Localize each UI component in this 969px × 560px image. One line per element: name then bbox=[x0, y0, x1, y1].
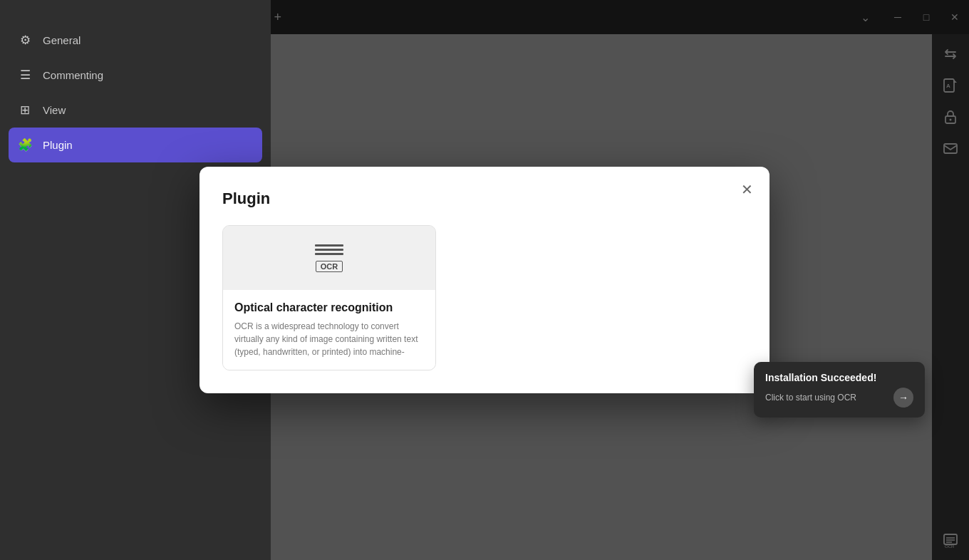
dialog-title: Plugin bbox=[222, 190, 747, 208]
plugin-icon: 🧩 bbox=[17, 138, 33, 152]
commenting-icon: ☰ bbox=[17, 68, 33, 83]
ocr-icon: OCR bbox=[315, 244, 343, 272]
settings-general-item[interactable]: ⚙ General bbox=[0, 23, 271, 58]
ocr-icon-lines bbox=[315, 244, 343, 255]
general-label: General bbox=[43, 34, 81, 46]
ocr-card-body: Optical character recognition OCR is a w… bbox=[223, 290, 435, 370]
ocr-plugin-card[interactable]: OCR Optical character recognition OCR is… bbox=[222, 225, 436, 370]
dialog-overlay[interactable]: ⚙ General ☰ Commenting ⊞ View 🧩 Plugin ✕… bbox=[0, 0, 969, 560]
ocr-label: OCR bbox=[316, 261, 343, 272]
install-tooltip-text: Click to start using OCR bbox=[765, 393, 856, 403]
install-tooltip-title: Installation Succeeded! bbox=[765, 372, 913, 383]
ocr-line-3 bbox=[315, 253, 343, 255]
dialog-close-button[interactable]: ✕ bbox=[735, 178, 758, 201]
ocr-line-1 bbox=[315, 244, 343, 247]
plugin-label: Plugin bbox=[43, 139, 73, 151]
ocr-card-desc: OCR is a widespread technology to conver… bbox=[234, 320, 424, 358]
ocr-card-title: Optical character recognition bbox=[234, 301, 424, 314]
ocr-line-2 bbox=[315, 249, 343, 251]
ocr-card-header: OCR bbox=[223, 226, 435, 290]
view-label: View bbox=[43, 104, 66, 116]
general-icon: ⚙ bbox=[17, 33, 33, 48]
commenting-label: Commenting bbox=[43, 69, 103, 81]
settings-commenting-item[interactable]: ☰ Commenting bbox=[0, 58, 271, 93]
install-tooltip[interactable]: Installation Succeeded! Click to start u… bbox=[754, 362, 925, 418]
plugin-dialog: ✕ Plugin OCR Optical character recogniti… bbox=[200, 167, 770, 393]
settings-plugin-item[interactable]: 🧩 Plugin bbox=[9, 128, 262, 162]
install-tooltip-body: Click to start using OCR → bbox=[765, 388, 913, 408]
view-icon: ⊞ bbox=[17, 103, 33, 118]
install-tooltip-arrow-button[interactable]: → bbox=[893, 388, 913, 408]
settings-view-item[interactable]: ⊞ View bbox=[0, 93, 271, 128]
